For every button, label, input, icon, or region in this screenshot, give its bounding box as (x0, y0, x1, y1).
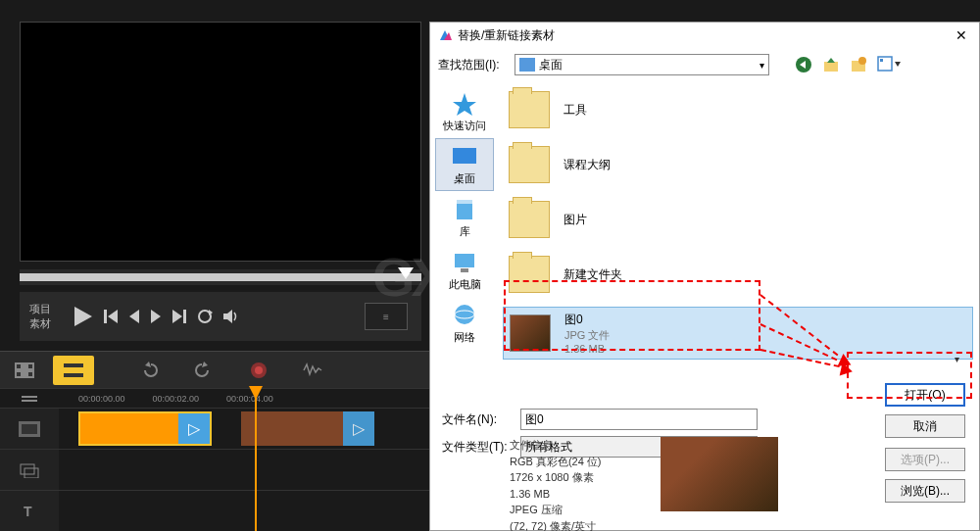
desktop-icon (519, 58, 535, 72)
new-folder-icon[interactable] (850, 56, 867, 73)
image-thumb-icon (510, 314, 551, 352)
storyboard-tab[interactable] (4, 356, 45, 385)
clip-badge-icon: ▷ (178, 413, 210, 444)
svg-rect-44 (461, 268, 468, 272)
clip-selected[interactable]: ▷ (78, 411, 212, 446)
sidebar-item-network[interactable]: 网络 (435, 297, 494, 350)
svg-rect-12 (17, 372, 21, 376)
loop-button[interactable] (196, 308, 214, 325)
timecode-2: 00:00:04.00 (226, 394, 273, 404)
svg-marker-2 (108, 310, 118, 323)
record-button[interactable] (247, 359, 270, 382)
up-folder-icon[interactable] (822, 56, 840, 73)
file-item-folder[interactable]: 新建文件夹 (503, 252, 973, 297)
file-info-panel: 文件信息 RGB 真彩色(24 位) 1726 x 1080 像素 1.36 M… (500, 433, 980, 531)
project-label: 项目 (29, 302, 51, 316)
timeline-toolbar (0, 351, 431, 388)
folder-icon (509, 91, 550, 128)
svg-rect-22 (22, 400, 37, 402)
dialog-title: 替换/重新链接素材 (458, 27, 952, 44)
timecode-0: 00:00:00.00 (78, 394, 125, 404)
audio-button[interactable] (221, 308, 239, 325)
sidebar-item-library[interactable]: 库 (435, 191, 494, 244)
file-item-folder[interactable]: 课程大纲 (503, 142, 973, 187)
scroll-down-icon[interactable]: ▾ (955, 354, 959, 364)
svg-point-20 (255, 366, 263, 374)
svg-marker-5 (172, 310, 182, 323)
step-fwd-button[interactable] (149, 308, 163, 325)
sidebar-item-computer[interactable]: 此电脑 (435, 244, 494, 297)
svg-point-45 (455, 305, 474, 324)
svg-rect-24 (22, 424, 37, 434)
svg-rect-43 (455, 254, 474, 267)
svg-rect-25 (21, 464, 34, 474)
svg-rect-40 (453, 148, 476, 164)
lookup-value: 桌面 (539, 57, 563, 73)
svg-text:T: T (24, 504, 32, 519)
sidebar-item-quickaccess[interactable]: 快速访问 (435, 85, 494, 138)
file-item-folder[interactable]: 图片 (503, 197, 973, 242)
file-info-title: 文件信息 (510, 437, 602, 454)
open-button[interactable]: 打开(O) (885, 383, 965, 407)
svg-rect-6 (183, 310, 186, 323)
svg-rect-26 (24, 468, 38, 478)
svg-marker-0 (74, 307, 92, 326)
svg-rect-42 (457, 200, 472, 204)
folder-icon (509, 146, 550, 183)
filename-label: 文件名(N): (442, 411, 513, 428)
back-icon[interactable] (795, 56, 812, 73)
timeline-tab[interactable] (53, 356, 94, 385)
timeline-tracks[interactable]: ▷ ▷ T (0, 408, 431, 531)
app-icon (438, 28, 452, 42)
file-preview-thumb (661, 437, 778, 511)
step-back-button[interactable] (127, 308, 141, 325)
svg-rect-1 (104, 310, 107, 323)
file-list[interactable]: 工具 课程大纲 图片 新建文件夹 图0 JPG 文件 1.36 MB (499, 81, 979, 395)
title-track-header[interactable]: T (0, 491, 59, 531)
svg-marker-9 (223, 310, 232, 323)
svg-marker-38 (895, 62, 901, 67)
svg-rect-14 (28, 372, 32, 376)
preview-slider[interactable] (20, 269, 421, 285)
svg-rect-21 (22, 396, 37, 398)
playhead[interactable] (255, 388, 257, 531)
play-button[interactable] (71, 305, 94, 328)
playback-controls: 项目 素材 ≡ (20, 292, 421, 341)
overlay-track-header[interactable] (0, 450, 59, 490)
svg-marker-17 (145, 362, 151, 367)
svg-rect-11 (17, 364, 21, 368)
lookup-label: 查找范围(I): (438, 57, 507, 73)
file-item-folder[interactable]: 工具 (503, 87, 973, 132)
filename-input[interactable] (520, 409, 758, 430)
close-button[interactable]: ✕ (952, 25, 971, 45)
svg-marker-39 (453, 93, 476, 116)
svg-rect-32 (824, 62, 838, 72)
svg-rect-37 (880, 59, 883, 62)
ruler-zoom-icon[interactable] (0, 390, 59, 408)
svg-marker-33 (827, 58, 835, 63)
undo-button[interactable] (137, 359, 161, 382)
svg-rect-13 (28, 364, 32, 368)
file-item-image-selected[interactable]: 图0 JPG 文件 1.36 MB (503, 307, 973, 360)
video-track-header[interactable] (0, 409, 59, 449)
places-sidebar: 快速访问 桌面 库 此电脑 网络 (430, 81, 499, 395)
prev-button[interactable] (102, 308, 120, 325)
clip-2[interactable]: ▷ (241, 411, 374, 446)
svg-marker-4 (151, 310, 161, 323)
next-button[interactable] (171, 308, 188, 325)
svg-marker-18 (202, 362, 208, 367)
redo-button[interactable] (192, 359, 216, 382)
timecode-1: 00:00:02.00 (153, 394, 200, 404)
svg-point-35 (858, 57, 866, 65)
clip-badge-icon: ▷ (343, 411, 374, 446)
lookup-select[interactable]: 桌面 ▾ (514, 54, 769, 75)
timeline-ruler: 00:00:00.00 00:00:02.00 00:00:04.00 (0, 388, 431, 408)
svg-marker-3 (129, 310, 139, 323)
folder-icon (509, 201, 550, 238)
view-menu-icon[interactable] (877, 56, 895, 73)
svg-rect-16 (64, 367, 83, 373)
sidebar-item-desktop[interactable]: 桌面 (435, 138, 494, 191)
audio-waveform-button[interactable] (302, 359, 325, 382)
folder-icon (509, 256, 550, 293)
video-preview[interactable] (20, 22, 421, 262)
